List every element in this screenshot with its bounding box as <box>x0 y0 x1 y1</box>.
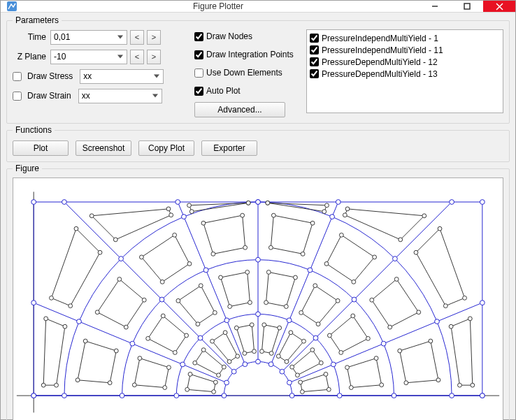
svg-point-32 <box>285 360 289 364</box>
svg-point-59 <box>345 365 350 370</box>
svg-point-27 <box>299 380 303 384</box>
svg-point-111 <box>160 280 164 284</box>
svg-point-70 <box>266 270 271 275</box>
svg-point-94 <box>394 277 399 282</box>
svg-point-81 <box>161 314 165 318</box>
close-button[interactable] <box>483 1 515 12</box>
zplane-combo[interactable]: -10 <box>50 50 127 64</box>
svg-point-144 <box>98 250 102 254</box>
svg-point-149 <box>44 317 48 321</box>
minimize-button[interactable] <box>419 1 451 12</box>
svg-point-143 <box>113 238 117 242</box>
svg-point-26 <box>324 372 328 377</box>
copy-plot-button[interactable]: Copy Plot <box>138 140 194 156</box>
svg-point-58 <box>374 356 378 361</box>
svg-point-71 <box>264 300 268 305</box>
plot-button[interactable]: Plot <box>13 140 69 156</box>
svg-point-155 <box>336 200 341 205</box>
draw-strain-checkbox[interactable] <box>13 92 22 101</box>
svg-point-93 <box>417 310 421 314</box>
svg-line-7 <box>282 259 395 372</box>
svg-point-83 <box>173 351 177 355</box>
svg-point-53 <box>188 372 192 377</box>
svg-point-164 <box>268 362 273 367</box>
svg-point-189 <box>435 319 440 324</box>
auto-plot-checkbox[interactable] <box>194 87 203 96</box>
svg-point-197 <box>31 393 36 398</box>
svg-point-69 <box>294 275 298 280</box>
svg-point-168 <box>224 380 229 385</box>
figure-canvas[interactable] <box>13 178 503 420</box>
svg-point-119 <box>108 381 112 385</box>
svg-point-157 <box>175 200 180 205</box>
material-checkbox[interactable] <box>310 45 319 55</box>
svg-point-174 <box>256 312 261 317</box>
svg-point-57 <box>380 383 384 387</box>
svg-point-190 <box>393 256 398 261</box>
svg-point-120 <box>458 383 462 387</box>
svg-point-179 <box>392 393 396 398</box>
svg-point-78 <box>176 298 180 303</box>
svg-point-44 <box>236 354 240 359</box>
draw-int-points-checkbox[interactable] <box>194 50 203 59</box>
time-prev-button[interactable]: < <box>130 30 144 45</box>
svg-point-97 <box>373 255 377 259</box>
advanced-button[interactable]: Advanced... <box>194 102 285 117</box>
svg-point-186 <box>130 341 135 346</box>
exporter-button[interactable]: Exporter <box>201 140 257 156</box>
screenshot-button[interactable]: Screenshot <box>76 140 131 156</box>
window-title: Figure Plotter <box>17 1 419 11</box>
draw-stress-label: Draw Stress <box>27 71 77 81</box>
zplane-next-button[interactable]: > <box>147 50 161 64</box>
svg-point-171 <box>331 362 336 367</box>
list-item: PressureDependMultiYield - 12 <box>310 56 500 68</box>
draw-nodes-checkbox[interactable] <box>194 32 203 41</box>
draw-stress-checkbox[interactable] <box>13 72 22 81</box>
time-combo[interactable]: 0,01 <box>50 30 127 45</box>
material-checkbox[interactable] <box>310 34 319 43</box>
svg-point-137 <box>246 201 250 205</box>
svg-point-145 <box>74 226 78 231</box>
svg-point-102 <box>271 213 275 217</box>
svg-point-139 <box>189 210 194 214</box>
parameters-left-column: Time 0,01 < > Z Plane -10 < > Draw Stres… <box>13 29 187 117</box>
svg-point-153 <box>480 300 485 305</box>
svg-rect-2 <box>464 3 470 9</box>
svg-point-34 <box>289 331 293 335</box>
svg-point-198 <box>480 393 485 398</box>
svg-point-48 <box>222 365 226 369</box>
strain-combo[interactable]: xx <box>78 89 162 103</box>
svg-point-200 <box>480 200 485 205</box>
svg-point-127 <box>414 250 418 254</box>
svg-point-176 <box>198 335 203 340</box>
svg-point-172 <box>313 335 318 340</box>
svg-point-31 <box>290 365 294 369</box>
figure-group: Figure <box>6 164 510 420</box>
svg-point-148 <box>63 324 67 328</box>
svg-point-100 <box>301 252 305 256</box>
svg-point-73 <box>245 270 250 275</box>
materials-list[interactable]: PressureIndependMultiYield - 1 PressureI… <box>306 29 503 113</box>
maximize-button[interactable] <box>451 1 483 12</box>
svg-point-116 <box>114 349 118 353</box>
figure-legend: Figure <box>13 164 42 173</box>
zplane-prev-button[interactable]: < <box>130 50 144 64</box>
stress-combo[interactable]: xx <box>80 69 164 84</box>
use-down-elements-checkbox[interactable] <box>194 68 203 78</box>
svg-point-131 <box>343 213 347 217</box>
svg-point-135 <box>266 201 270 205</box>
time-next-button[interactable]: > <box>147 30 161 45</box>
svg-point-80 <box>185 333 189 338</box>
svg-point-110 <box>139 255 143 259</box>
svg-point-28 <box>296 373 300 377</box>
svg-point-182 <box>308 268 313 273</box>
material-checkbox[interactable] <box>310 69 319 78</box>
mesh-plot <box>13 178 503 420</box>
material-checkbox[interactable] <box>310 57 319 66</box>
svg-point-33 <box>302 339 306 343</box>
svg-point-24 <box>300 390 304 394</box>
svg-point-192 <box>256 200 261 205</box>
svg-point-188 <box>450 393 454 398</box>
svg-line-21 <box>64 202 121 259</box>
svg-rect-0 <box>7 1 17 11</box>
